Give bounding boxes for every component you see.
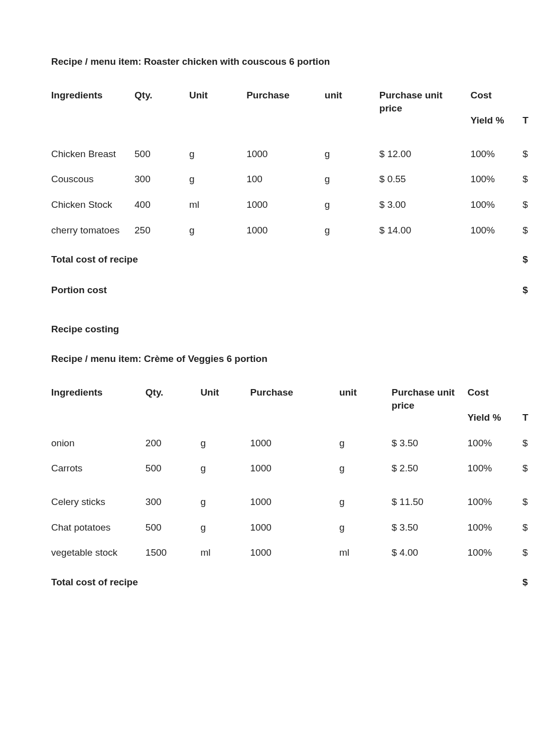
col-cost: Cost — [470, 83, 522, 108]
table-row: Celery sticks 300 g 1000 g $ 11.50 100% … — [51, 489, 533, 515]
cell-trail: $ — [522, 540, 533, 566]
cell-qty: 500 — [146, 456, 201, 489]
cell-price: $ 3.50 — [391, 515, 467, 541]
cell-unit: g — [189, 167, 246, 192]
cell-yield: 100% — [468, 515, 523, 541]
total-cost-row: Total cost of recipe $ — [51, 566, 533, 596]
recipe1-table: Ingredients Qty. Unit Purchase unit Purc… — [51, 83, 533, 304]
cell-price: $ 11.50 — [391, 489, 467, 515]
cell-trail: $ — [522, 167, 533, 192]
cell-trail: $ — [522, 431, 533, 456]
col-unit: Unit — [200, 380, 250, 406]
cell-price: $ 3.00 — [379, 192, 471, 218]
cell-purchase: 1000 — [250, 456, 339, 489]
cell-unit: g — [189, 142, 246, 167]
table-row: Chat potatoes 500 g 1000 g $ 3.50 100% $ — [51, 515, 533, 541]
cell-punit: g — [339, 456, 391, 489]
cell-purchase: 1000 — [250, 515, 339, 541]
cell-yield: 100% — [468, 431, 523, 456]
table-row: Chicken Stock 400 ml 1000 g $ 3.00 100% … — [51, 192, 533, 218]
cell-ingredient: Couscous — [51, 167, 135, 192]
cell-punit: g — [325, 142, 379, 167]
cell-yield: 100% — [470, 218, 522, 243]
cell-unit: g — [200, 456, 250, 489]
cell-price: $ 2.50 — [391, 456, 467, 489]
cell-unit: g — [200, 489, 250, 515]
cell-purchase: 1000 — [246, 192, 325, 218]
recipe-costing-heading: Recipe costing — [51, 323, 533, 336]
cell-yield: 100% — [470, 142, 522, 167]
cell-qty: 250 — [135, 218, 189, 243]
cell-purchase: 100 — [246, 167, 325, 192]
cell-trail: $ — [522, 142, 533, 167]
cell-purchase: 1000 — [246, 218, 325, 243]
total-cost-label: Total cost of recipe — [51, 243, 522, 274]
total-cost-trail: $ — [522, 566, 533, 596]
cell-yield: 100% — [468, 456, 523, 489]
table-row: Chicken Breast 500 g 1000 g $ 12.00 100%… — [51, 142, 533, 167]
cell-trail: $ — [522, 456, 533, 489]
cell-qty: 400 — [135, 192, 189, 218]
portion-cost-row: Portion cost $ — [51, 274, 533, 304]
cell-punit: g — [339, 515, 391, 541]
col-cost: Cost — [468, 380, 523, 406]
cell-punit: g — [325, 167, 379, 192]
col-purchase-unit-price: Purchase unit price — [391, 380, 467, 431]
recipe2-title: Recipe / menu item: Crème of Veggies 6 p… — [51, 352, 533, 366]
cell-ingredient: Celery sticks — [51, 489, 146, 515]
cell-unit: g — [189, 218, 246, 243]
cell-qty: 300 — [146, 489, 201, 515]
cell-punit: g — [325, 192, 379, 218]
cell-price: $ 0.55 — [379, 167, 471, 192]
cell-ingredient: Chicken Breast — [51, 142, 135, 167]
col-ingredients: Ingredients — [51, 380, 146, 406]
cell-unit: ml — [189, 192, 246, 218]
cell-price: $ 3.50 — [391, 431, 467, 456]
col-punit: unit — [339, 380, 391, 406]
portion-cost-trail: $ — [522, 274, 533, 304]
cell-ingredient: Chat potatoes — [51, 515, 146, 541]
cell-price: $ 12.00 — [379, 142, 471, 167]
cell-yield: 100% — [468, 489, 523, 515]
cell-unit: ml — [200, 540, 250, 566]
total-cost-trail: $ — [522, 243, 533, 274]
table-header-row: Ingredients Qty. Unit Purchase unit Purc… — [51, 83, 533, 108]
cell-ingredient: onion — [51, 431, 146, 456]
cell-purchase: 1000 — [250, 431, 339, 456]
col-purchase-unit-price: Purchase unit price — [379, 83, 471, 134]
cell-trail: $ — [522, 489, 533, 515]
cell-trail: $ — [522, 192, 533, 218]
cell-purchase: 1000 — [246, 142, 325, 167]
cell-punit: g — [325, 218, 379, 243]
cell-yield: 100% — [468, 540, 523, 566]
col-yield: Yield % — [470, 108, 522, 134]
col-yield: Yield % — [468, 405, 523, 431]
table-row: onion 200 g 1000 g $ 3.50 100% $ — [51, 431, 533, 456]
table-row: Couscous 300 g 100 g $ 0.55 100% $ — [51, 167, 533, 192]
cell-price: $ 4.00 — [391, 540, 467, 566]
col-trail — [522, 380, 533, 406]
cell-trail: $ — [522, 515, 533, 541]
cell-qty: 300 — [135, 167, 189, 192]
cell-qty: 500 — [146, 515, 201, 541]
recipe1-title: Recipe / menu item: Roaster chicken with… — [51, 55, 533, 69]
recipe2-table: Ingredients Qty. Unit Purchase unit Purc… — [51, 380, 533, 596]
table-row: cherry tomatoes 250 g 1000 g $ 14.00 100… — [51, 218, 533, 243]
col-unit: Unit — [189, 83, 246, 108]
cell-trail: $ — [522, 218, 533, 243]
cell-unit: g — [200, 431, 250, 456]
col-purchase: Purchase — [250, 380, 339, 406]
total-cost-row: Total cost of recipe $ — [51, 243, 533, 274]
cell-unit: g — [200, 515, 250, 541]
col-qty: Qty. — [135, 83, 189, 108]
col-purchase: Purchase — [246, 83, 325, 108]
table-header-row: Ingredients Qty. Unit Purchase unit Purc… — [51, 380, 533, 406]
table-row: Carrots 500 g 1000 g $ 2.50 100% $ — [51, 456, 533, 489]
cell-punit: g — [339, 489, 391, 515]
cell-qty: 200 — [146, 431, 201, 456]
cell-ingredient: Chicken Stock — [51, 192, 135, 218]
cell-yield: 100% — [470, 167, 522, 192]
table-row: vegetable stock 1500 ml 1000 ml $ 4.00 1… — [51, 540, 533, 566]
cell-punit: g — [339, 431, 391, 456]
cell-ingredient: cherry tomatoes — [51, 218, 135, 243]
